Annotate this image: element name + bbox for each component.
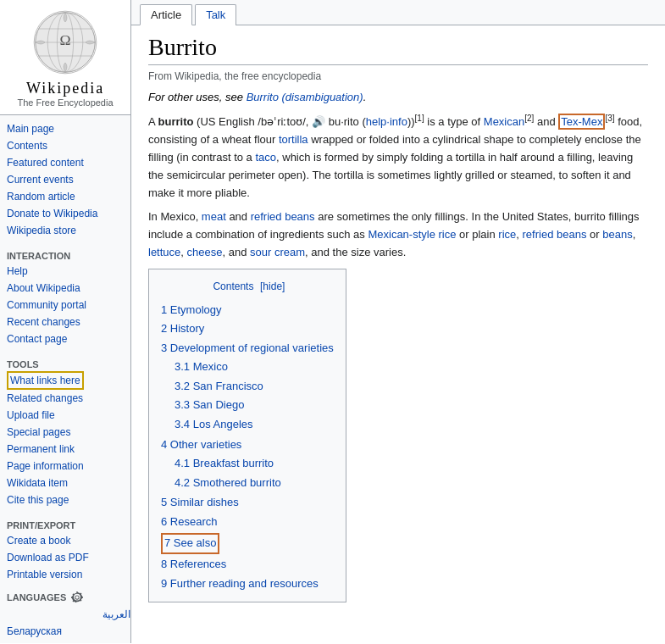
toc-item-2: 2 History bbox=[161, 319, 334, 339]
cheese-link[interactable]: cheese bbox=[187, 246, 223, 258]
sidebar-item-about[interactable]: About Wikipedia bbox=[7, 280, 130, 297]
toc-link-3-1[interactable]: 3.1 Mexico bbox=[175, 360, 228, 373]
toc-item-6: 6 Research bbox=[161, 513, 334, 532]
toc-link-7[interactable]: 7 See also bbox=[161, 533, 219, 554]
toc-link-4-2[interactable]: 4.2 Smothered burrito bbox=[175, 476, 281, 489]
sidebar-item-special-pages[interactable]: Special pages bbox=[7, 424, 130, 441]
article-from: From Wikipedia, the free encyclopedia bbox=[148, 70, 648, 82]
tex-mex-link[interactable]: Tex-Mex bbox=[561, 115, 602, 128]
toc-link-3-3[interactable]: 3.3 San Diego bbox=[175, 398, 244, 411]
toc-item-4-2: 4.2 Smothered burrito bbox=[175, 474, 334, 493]
languages-heading: Languages bbox=[7, 592, 66, 602]
sidebar-item-contents[interactable]: Contents bbox=[7, 137, 130, 154]
sidebar-tools-section: Tools What links here Related changes Up… bbox=[0, 351, 130, 512]
disambig-link[interactable]: Burrito (disambiguation) bbox=[247, 91, 363, 103]
sidebar-item-community-portal[interactable]: Community portal bbox=[7, 297, 130, 314]
toc-sublist-4: 4.1 Breakfast burrito 4.2 Smothered burr… bbox=[161, 454, 334, 493]
toc-title: Contents [hide] bbox=[161, 278, 334, 296]
toc-item-3: 3 Development of regional varieties 3.1 … bbox=[161, 339, 334, 436]
sidebar: Ω Wikipedia The Free Encyclopedia Main p… bbox=[0, 0, 131, 643]
rice-link[interactable]: rice bbox=[498, 228, 516, 241]
toc-link-2[interactable]: 2 History bbox=[161, 322, 204, 335]
toc-hide-button[interactable]: [hide] bbox=[260, 280, 285, 292]
sidebar-item-page-information[interactable]: Page information bbox=[7, 458, 130, 475]
tab-talk[interactable]: Talk bbox=[195, 4, 236, 25]
wiki-logo-title: Wikipedia bbox=[26, 80, 104, 97]
sidebar-item-printable[interactable]: Printable version bbox=[7, 566, 130, 583]
tab-article[interactable]: Article bbox=[140, 4, 192, 25]
sidebar-item-permanent-link[interactable]: Permanent link bbox=[7, 441, 130, 458]
sidebar-item-wikidata[interactable]: Wikidata item bbox=[7, 475, 130, 491]
sidebar-item-download-pdf[interactable]: Download as PDF bbox=[7, 549, 130, 566]
sidebar-item-featured-content[interactable]: Featured content bbox=[7, 154, 130, 171]
toc-link-9[interactable]: 9 Further reading and resources bbox=[161, 577, 319, 590]
refried-beans-link2[interactable]: refried beans bbox=[523, 228, 587, 241]
toc-item-4-1: 4.1 Breakfast burrito bbox=[175, 454, 334, 474]
sidebar-item-contact[interactable]: Contact page bbox=[7, 330, 130, 347]
toc-link-1[interactable]: 1 Etymology bbox=[161, 303, 222, 316]
article-title: Burrito bbox=[148, 34, 648, 65]
tex-mex-highlight: Tex-Mex bbox=[558, 114, 605, 130]
tools-heading: Tools bbox=[7, 359, 130, 369]
table-of-contents: Contents [hide] 1 Etymology 2 History 3 … bbox=[148, 269, 346, 603]
sidebar-item-recent-changes[interactable]: Recent changes bbox=[7, 314, 130, 330]
toc-item-7: 7 See also bbox=[161, 532, 334, 555]
tortilla-link[interactable]: tortilla bbox=[279, 133, 308, 146]
toc-item-9: 9 Further reading and resources bbox=[161, 575, 334, 594]
print-heading: Print/export bbox=[7, 520, 130, 530]
sidebar-item-help[interactable]: Help bbox=[7, 263, 130, 280]
wiki-logo-subtitle: The Free Encyclopedia bbox=[17, 97, 113, 108]
sidebar-item-store[interactable]: Wikipedia store bbox=[7, 222, 130, 239]
article-body: A burrito (US English /bəˈriːtoʊ/, 🔊 bu·… bbox=[148, 112, 648, 613]
toc-link-4-1[interactable]: 4.1 Breakfast burrito bbox=[175, 457, 274, 469]
wiki-globe-icon: Ω bbox=[31, 8, 99, 76]
toc-link-8[interactable]: 8 References bbox=[161, 558, 226, 570]
toc-link-5[interactable]: 5 Similar dishes bbox=[161, 496, 239, 508]
article: Burrito From Wikipedia, the free encyclo… bbox=[131, 25, 665, 630]
lettuce-link[interactable]: lettuce bbox=[148, 246, 180, 258]
interaction-heading: Interaction bbox=[7, 251, 130, 261]
sidebar-print-section: Print/export Create a book Download as P… bbox=[0, 512, 130, 586]
toc-link-6[interactable]: 6 Research bbox=[161, 515, 217, 528]
sidebar-item-upload-file[interactable]: Upload file bbox=[7, 407, 130, 424]
sidebar-item-random-article[interactable]: Random article bbox=[7, 188, 130, 205]
toc-link-3-4[interactable]: 3.4 Los Angeles bbox=[175, 418, 253, 430]
mexican-rice-link[interactable]: Mexican-style rice bbox=[368, 228, 456, 241]
sidebar-item-main-page[interactable]: Main page bbox=[7, 120, 130, 137]
toc-item-3-2: 3.2 San Francisco bbox=[175, 377, 334, 397]
toc-item-3-4: 3.4 Los Angeles bbox=[175, 415, 334, 435]
svg-text:Ω: Ω bbox=[59, 31, 70, 48]
beans-link[interactable]: beans bbox=[602, 228, 632, 241]
tabs-bar: Article Talk bbox=[131, 0, 665, 25]
gear-icon[interactable] bbox=[71, 591, 83, 603]
sidebar-item-lang-ar[interactable]: العربية bbox=[7, 606, 130, 623]
help-link[interactable]: help·info bbox=[366, 115, 407, 128]
sidebar-languages-section: Languages العربية Беларуская bbox=[0, 586, 130, 643]
article-disambig: For other uses, see Burrito (disambiguat… bbox=[148, 91, 648, 103]
sidebar-item-lang-be[interactable]: Беларуская bbox=[7, 623, 130, 640]
sidebar-item-current-events[interactable]: Current events bbox=[7, 171, 130, 188]
toc-link-3[interactable]: 3 Development of regional varieties bbox=[161, 341, 334, 354]
toc-list: 1 Etymology 2 History 3 Development of r… bbox=[161, 301, 334, 594]
article-paragraph-1: A burrito (US English /bəˈriːtoʊ/, 🔊 bu·… bbox=[148, 112, 648, 202]
toc-link-3-2[interactable]: 3.2 San Francisco bbox=[175, 380, 263, 392]
toc-item-5: 5 Similar dishes bbox=[161, 493, 334, 513]
sidebar-item-what-links-here[interactable]: What links here bbox=[7, 371, 84, 390]
taco-link[interactable]: taco bbox=[255, 151, 276, 164]
toc-item-1: 1 Etymology bbox=[161, 301, 334, 320]
mexican-food-link[interactable]: Mexican bbox=[484, 115, 524, 128]
sidebar-item-create-book[interactable]: Create a book bbox=[7, 532, 130, 549]
sidebar-item-related-changes[interactable]: Related changes bbox=[7, 390, 130, 407]
article-paragraph-2: In Mexico, meat and refried beans are so… bbox=[148, 208, 648, 261]
sour-cream-link[interactable]: sour cream bbox=[250, 246, 305, 258]
sidebar-interaction-section: Interaction Help About Wikipedia Communi… bbox=[0, 242, 130, 351]
toc-item-8: 8 References bbox=[161, 555, 334, 575]
toc-item-3-1: 3.1 Mexico bbox=[175, 358, 334, 377]
meat-link[interactable]: meat bbox=[202, 210, 226, 223]
main-content: Article Talk Burrito From Wikipedia, the… bbox=[131, 0, 665, 643]
refried-beans-link[interactable]: refried beans bbox=[251, 210, 315, 223]
sidebar-item-donate[interactable]: Donate to Wikipedia bbox=[7, 205, 130, 222]
sidebar-item-cite-this-page[interactable]: Cite this page bbox=[7, 491, 130, 508]
wiki-logo: Ω Wikipedia The Free Encyclopedia bbox=[0, 0, 130, 115]
toc-link-4[interactable]: 4 Other varieties bbox=[161, 438, 241, 451]
